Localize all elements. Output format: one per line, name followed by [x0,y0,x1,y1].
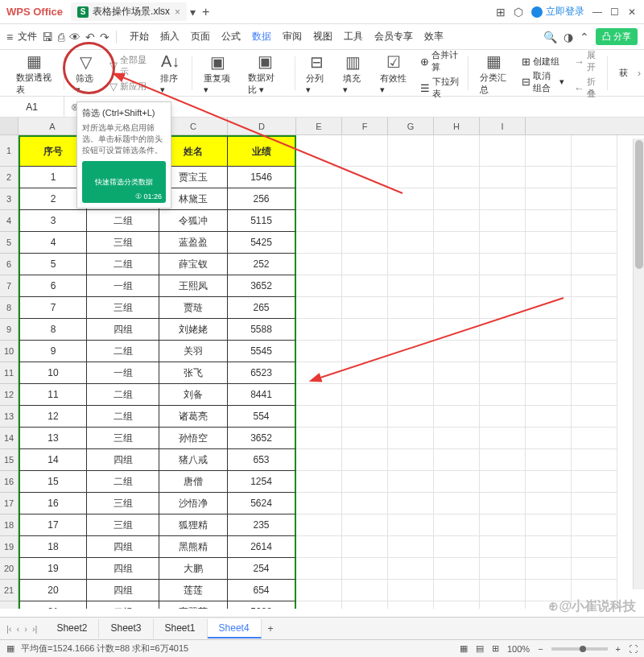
skin-icon[interactable]: ◑ [564,31,573,43]
empty-cell[interactable] [342,341,388,362]
data-cell[interactable]: 256 [228,188,296,210]
data-cell[interactable]: 6523 [228,362,296,384]
empty-cell[interactable] [526,558,572,580]
tab-history-icon[interactable]: ▾ [190,6,196,19]
empty-cell[interactable] [480,514,526,536]
header-cell[interactable]: 业绩 [228,135,296,167]
data-cell[interactable]: 554 [228,406,296,428]
empty-cell[interactable] [342,601,388,609]
data-cell[interactable]: 654 [228,580,296,601]
empty-cell[interactable] [296,384,342,406]
data-cell[interactable]: 3652 [228,428,296,449]
empty-cell[interactable] [296,428,342,449]
tab-review[interactable]: 审阅 [283,30,302,43]
pivot-table-button[interactable]: ▦ 数据透视表 [8,51,60,96]
empty-cell[interactable] [434,384,480,406]
sheet-nav-next[interactable]: › [23,624,29,634]
tab-page[interactable]: 页面 [191,30,210,43]
data-cell[interactable]: 265 [228,297,296,319]
data-cell[interactable]: 252 [228,254,296,275]
close-button[interactable]: ✕ [628,6,638,18]
data-cell[interactable]: 薛宝钗 [159,254,228,275]
empty-cell[interactable] [296,580,342,601]
search-icon[interactable]: 🔍 [543,31,557,43]
toolbar-scroll-right[interactable]: › [638,68,641,79]
empty-cell[interactable] [480,536,526,558]
data-cell[interactable]: 蓝盈盈 [159,232,228,254]
save-icon[interactable]: 🖫 [42,31,53,43]
sheet-tab[interactable]: Sheet3 [99,619,153,638]
empty-cell[interactable] [572,341,617,362]
empty-cell[interactable] [526,297,572,319]
validity-button[interactable]: ☑ 有效性 ▾ [372,52,416,95]
row-header[interactable]: 22 [0,601,19,609]
data-cell[interactable]: 4 [19,232,87,254]
data-cell[interactable]: 13 [19,428,87,449]
row-header[interactable]: 4 [0,210,19,232]
sheet-tab[interactable]: Sheet4 [208,619,262,638]
data-cell[interactable]: 一组 [87,362,159,384]
empty-cell[interactable] [434,135,480,167]
empty-cell[interactable] [342,275,388,297]
empty-cell[interactable] [342,471,388,493]
sort-button[interactable]: A↓ 排序 ▾ [152,52,189,95]
data-cell[interactable]: 5 [19,254,87,275]
show-all-button[interactable]: ▽全部显示 [109,54,147,78]
row-header[interactable]: 7 [0,275,19,297]
new-tab-button[interactable]: + [202,5,209,19]
data-cell[interactable]: 高翠莲 [159,601,228,609]
row-header[interactable]: 1 [0,135,19,167]
hamburger-icon[interactable]: ≡ [6,31,13,43]
empty-cell[interactable] [296,319,342,341]
data-cell[interactable]: 10 [19,362,87,384]
empty-cell[interactable] [526,493,572,514]
empty-cell[interactable] [388,384,434,406]
data-cell[interactable]: 三组 [87,493,159,514]
data-cell[interactable]: 7 [19,297,87,319]
data-cell[interactable]: 5682 [228,601,296,609]
empty-cell[interactable] [572,493,617,514]
maximize-button[interactable]: ☐ [610,6,620,18]
tab-view[interactable]: 视图 [313,30,332,43]
close-icon[interactable]: × [175,6,180,18]
empty-cell[interactable] [526,341,572,362]
empty-cell[interactable] [480,558,526,580]
empty-cell[interactable] [296,232,342,254]
empty-cell[interactable] [480,341,526,362]
data-cell[interactable]: 11 [19,384,87,406]
data-cell[interactable]: 大鹏 [159,558,228,580]
empty-cell[interactable] [296,254,342,275]
empty-cell[interactable] [434,514,480,536]
sheet-nav-last[interactable]: ›| [31,624,39,634]
row-header[interactable]: 10 [0,341,19,362]
empty-cell[interactable] [296,514,342,536]
empty-cell[interactable] [572,514,617,536]
col-header[interactable]: H [434,118,480,134]
sheet-nav-first[interactable]: |‹ [5,624,14,634]
empty-cell[interactable] [526,188,572,210]
data-cell[interactable]: 二组 [87,406,159,428]
empty-cell[interactable] [434,210,480,232]
data-cell[interactable]: 贾琏 [159,297,228,319]
empty-cell[interactable] [296,362,342,384]
empty-cell[interactable] [388,135,434,167]
data-cell[interactable]: 235 [228,514,296,536]
data-cell[interactable]: 四组 [87,449,159,471]
row-header[interactable]: 19 [0,536,19,558]
data-cell[interactable]: 8441 [228,384,296,406]
data-cell[interactable]: 653 [228,449,296,471]
file-tab[interactable]: S 表格操作场景.xlsx × [71,2,187,21]
data-cell[interactable]: 15 [19,471,87,493]
reapply-button[interactable]: ▽新应用 [109,81,147,93]
empty-cell[interactable] [526,514,572,536]
fullscreen-icon[interactable]: ⛶ [629,644,638,654]
empty-cell[interactable] [434,428,480,449]
empty-cell[interactable] [296,135,342,167]
row-header[interactable]: 2 [0,167,19,188]
empty-cell[interactable] [526,471,572,493]
empty-cell[interactable] [342,428,388,449]
col-header[interactable]: D [228,118,296,134]
zoom-value[interactable]: 100% [507,644,530,654]
data-cell[interactable]: 四组 [87,580,159,601]
empty-cell[interactable] [434,471,480,493]
